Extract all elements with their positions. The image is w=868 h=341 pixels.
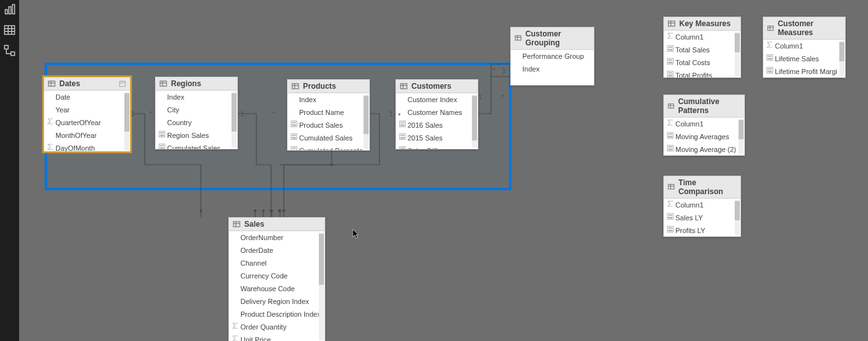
table-header[interactable]: Regions xyxy=(156,77,237,91)
scrollbar[interactable] xyxy=(735,32,740,76)
field-row[interactable]: Channel xyxy=(229,257,325,269)
field-row[interactable]: Performance Group xyxy=(511,50,594,63)
field-label: Column1 xyxy=(675,200,703,210)
field-row[interactable]: Total Profits xyxy=(664,69,740,77)
scrollbar[interactable] xyxy=(319,232,324,340)
calculator-icon xyxy=(399,146,406,149)
field-row[interactable]: Order Quantity xyxy=(229,321,325,333)
field-row[interactable]: Cumulated Percenta xyxy=(288,144,369,150)
scrollbar-thumb[interactable] xyxy=(735,201,740,220)
field-label: Date xyxy=(55,92,70,102)
table-card-sales[interactable]: SalesOrderNumberOrderDateChannelCurrency… xyxy=(228,217,325,341)
field-row[interactable]: Moving Averages xyxy=(664,130,744,143)
field-row[interactable]: Customer Index xyxy=(396,93,478,106)
table-header[interactable]: Key Measures xyxy=(664,17,740,31)
scrollbar[interactable] xyxy=(124,92,129,150)
scrollbar-thumb[interactable] xyxy=(839,42,844,61)
table-card-customer_grouping[interactable]: Customer GroupingPerformance GroupIndex xyxy=(510,27,594,86)
field-row[interactable]: Product Description Index xyxy=(229,308,325,321)
table-header[interactable]: Customers xyxy=(396,80,478,93)
field-row[interactable]: DayOfMonth xyxy=(44,142,130,151)
field-row[interactable]: Column1 xyxy=(664,31,740,43)
scrollbar-thumb[interactable] xyxy=(735,33,740,52)
field-row[interactable]: Warehouse Code xyxy=(229,282,325,295)
field-row[interactable]: Index xyxy=(511,63,594,75)
svg-point-107 xyxy=(670,75,671,76)
svg-point-96 xyxy=(668,49,670,50)
table-card-regions[interactable]: RegionsIndexCityCountryRegion SalesCumul… xyxy=(155,77,238,149)
field-row[interactable]: Currency Code xyxy=(229,269,325,282)
table-title: Dates xyxy=(59,79,80,88)
field-row[interactable]: Total Sales xyxy=(664,43,740,56)
field-row[interactable]: OrderNumber xyxy=(229,231,325,244)
field-row[interactable]: QuarterOfYear xyxy=(44,116,130,129)
table-card-customers[interactable]: CustomersCustomer IndexCustomer Names201… xyxy=(395,79,478,149)
field-row[interactable]: Country xyxy=(156,116,237,129)
field-label: Total Costs xyxy=(675,57,710,68)
scrollbar-thumb[interactable] xyxy=(319,234,324,285)
field-row[interactable]: Customer Names xyxy=(396,106,478,119)
scrollbar[interactable] xyxy=(472,95,477,148)
field-row[interactable]: Index xyxy=(156,91,237,103)
field-row[interactable]: Sales Difference xyxy=(396,144,478,149)
scrollbar[interactable] xyxy=(839,41,844,76)
table-card-dates[interactable]: DatesDateYearQuarterOfYearMonthOfYearDay… xyxy=(43,77,131,152)
svg-rect-131 xyxy=(668,133,672,135)
field-row[interactable]: Index xyxy=(288,93,369,106)
table-icon xyxy=(48,80,55,87)
scrollbar[interactable] xyxy=(232,92,237,148)
table-header[interactable]: Cumulative Patterns xyxy=(664,95,744,117)
field-row[interactable]: Column1 xyxy=(664,117,744,130)
table-card-products[interactable]: ProductsIndexProduct NameProduct SalesCu… xyxy=(287,79,370,151)
report-view-icon[interactable] xyxy=(4,4,15,15)
scrollbar-thumb[interactable] xyxy=(472,96,477,140)
field-row[interactable]: MonthOfYear xyxy=(44,129,130,142)
field-row[interactable]: OrderDate xyxy=(229,244,325,257)
field-row[interactable]: Lifetime Sales xyxy=(763,52,845,65)
field-row[interactable]: Moving Average (2) xyxy=(664,143,744,155)
field-row[interactable]: 2015 Sales xyxy=(396,132,478,144)
cardinality-marker: * xyxy=(272,110,275,117)
table-header[interactable]: Customer Grouping xyxy=(511,27,594,50)
table-header[interactable]: Dates xyxy=(44,77,130,91)
field-row[interactable]: Sales LY xyxy=(664,211,740,224)
field-label: Index xyxy=(167,92,184,102)
scrollbar-thumb[interactable] xyxy=(364,96,369,134)
field-row[interactable]: Lifetime Profit Margi xyxy=(763,65,845,77)
field-row[interactable]: Product Sales xyxy=(288,119,369,132)
field-row[interactable]: Column1 xyxy=(763,40,845,52)
field-row[interactable]: City xyxy=(156,103,237,116)
field-row[interactable]: Total Costs xyxy=(664,56,740,69)
field-label: Currency Code xyxy=(240,271,288,281)
scrollbar-thumb[interactable] xyxy=(739,120,744,139)
table-header[interactable]: Time Comparison xyxy=(664,176,740,199)
field-row[interactable]: Year xyxy=(44,103,130,116)
field-row[interactable]: Delivery Region Index xyxy=(229,295,325,308)
svg-point-156 xyxy=(670,230,671,231)
field-row[interactable]: Product Name xyxy=(288,106,369,119)
table-header[interactable]: Customer Measures xyxy=(763,17,845,40)
field-row[interactable]: Date xyxy=(44,91,130,103)
field-row[interactable]: 2016 Sales xyxy=(396,119,478,132)
field-row[interactable]: Column1 xyxy=(664,199,740,211)
field-row[interactable]: Cumulated Sales xyxy=(156,142,237,149)
table-card-time[interactable]: Time ComparisonColumn1Sales LYProfits LY… xyxy=(663,176,741,237)
field-row[interactable]: Profits LY xyxy=(664,224,740,236)
table-card-customer_measures[interactable]: Customer MeasuresColumn1Lifetime SalesLi… xyxy=(763,17,846,78)
scrollbar-thumb[interactable] xyxy=(124,93,129,132)
field-label: Region Sales xyxy=(167,130,209,140)
field-row[interactable]: Cumulated Sales xyxy=(288,132,369,144)
data-view-icon[interactable] xyxy=(4,24,15,36)
scrollbar-thumb[interactable] xyxy=(232,93,237,132)
model-view-icon[interactable] xyxy=(4,45,15,56)
table-header[interactable]: Sales xyxy=(229,218,325,231)
model-canvas[interactable]: DatesDateYearQuarterOfYearMonthOfYearDay… xyxy=(19,0,868,341)
table-card-key_measures[interactable]: Key MeasuresColumn1Total SalesTotal Cost… xyxy=(663,17,741,78)
table-card-cumulative[interactable]: Cumulative PatternsColumn1Moving Average… xyxy=(663,95,745,156)
scrollbar[interactable] xyxy=(364,95,369,149)
field-row[interactable]: Unit Price xyxy=(229,333,325,341)
scrollbar[interactable] xyxy=(739,119,744,154)
scrollbar[interactable] xyxy=(735,200,740,235)
table-header[interactable]: Products xyxy=(288,80,369,93)
field-row[interactable]: Region Sales xyxy=(156,129,237,142)
